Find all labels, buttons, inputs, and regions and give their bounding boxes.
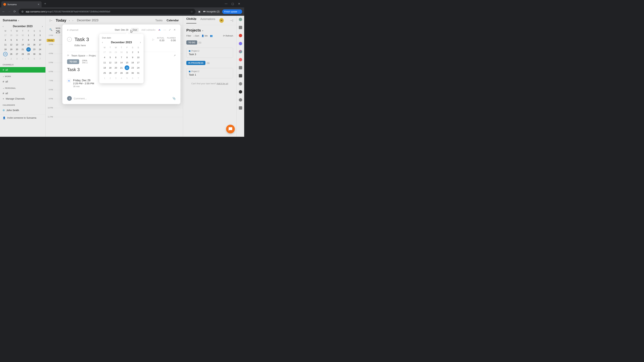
cal-day[interactable]: 4 — [3, 38, 8, 42]
picker-day[interactable]: 5 — [108, 55, 113, 60]
picker-day[interactable]: 12 — [108, 60, 113, 65]
mini-cal-next[interactable]: › — [42, 25, 43, 28]
cal-day[interactable]: 8 — [26, 38, 31, 42]
clickup-icon[interactable] — [158, 28, 161, 31]
cal-day[interactable]: 19 — [8, 47, 14, 52]
cal-day[interactable]: 14 — [20, 42, 25, 47]
sync-icon[interactable]: ⟳ — [67, 54, 69, 57]
asana-icon[interactable] — [239, 50, 242, 53]
cal-day-other[interactable]: 5 — [26, 57, 31, 61]
due-date-button[interactable]: Due — [131, 28, 139, 32]
cal-day[interactable]: 30 — [32, 52, 37, 56]
rail-icon-1[interactable] — [239, 18, 242, 21]
picker-day[interactable]: 18 — [102, 65, 107, 70]
trello-icon[interactable] — [239, 26, 242, 29]
picker-day[interactable]: 13 — [113, 60, 118, 65]
picker-day[interactable]: 19 — [108, 65, 113, 70]
cal-day-other[interactable]: 3 — [14, 57, 20, 61]
workspace-switcher[interactable]: Sunsama ⌄ — [0, 18, 46, 25]
url-input[interactable]: ⚙ app.sunsama.com/group/1703182764469638… — [18, 9, 196, 14]
refresh-button[interactable]: ⟳ Refresh — [223, 34, 233, 37]
close-modal-icon[interactable]: ✕ — [174, 28, 176, 31]
picker-day[interactable]: 7 — [119, 55, 124, 60]
attach-icon[interactable]: 📎 — [172, 97, 176, 100]
github-icon[interactable] — [239, 90, 242, 93]
cal-day[interactable]: 25 — [3, 52, 8, 56]
cal-day[interactable]: 26 — [8, 52, 14, 56]
back-button[interactable]: ← — [2, 10, 5, 13]
forward-button[interactable]: → — [8, 10, 11, 13]
channel-all[interactable]: # all — [0, 67, 46, 72]
intercom-chat-button[interactable] — [226, 125, 235, 133]
picker-day-other[interactable]: 30 — [119, 50, 124, 55]
cal-day-other[interactable]: 2 — [8, 57, 14, 61]
bookmark-icon[interactable]: ☆ — [190, 10, 193, 13]
picker-prev-month[interactable]: ‹ — [102, 41, 103, 44]
minimize-icon[interactable]: — — [225, 2, 228, 5]
open-external-icon[interactable]: ↗ — [174, 54, 176, 57]
picker-day[interactable]: 31 — [136, 70, 141, 75]
cal-day[interactable]: 15 — [26, 42, 31, 47]
picker-day[interactable]: 16 — [130, 60, 135, 65]
cal-day[interactable]: 31 — [38, 52, 43, 56]
search-icon[interactable]: 🔍 — [49, 28, 52, 31]
cal-day[interactable]: 24 — [38, 47, 43, 52]
picker-day[interactable]: 28 — [119, 70, 124, 75]
cal-day-other[interactable]: 6 — [32, 57, 37, 61]
cal-day[interactable]: 17 — [38, 42, 43, 47]
cal-day[interactable]: 27 — [14, 52, 20, 56]
picker-day[interactable]: 1 — [124, 50, 130, 55]
work-all[interactable]: # all — [0, 79, 46, 84]
cal-day[interactable]: 16 — [32, 42, 37, 47]
todoist-icon[interactable] — [239, 58, 242, 61]
cal-day[interactable]: 3 — [38, 33, 43, 37]
picker-day[interactable]: 14 — [119, 60, 124, 65]
cal-day[interactable]: 18 — [3, 47, 8, 52]
picker-day-other[interactable]: 27 — [102, 50, 107, 55]
hour-row[interactable]: 11 PM — [53, 117, 183, 126]
picker-day[interactable]: 29 — [124, 70, 130, 75]
picker-day[interactable]: 8 — [124, 55, 130, 60]
picker-day-other[interactable]: 6 — [130, 76, 135, 81]
picker-day[interactable]: 26 — [108, 70, 113, 75]
cal-day[interactable]: 22 — [26, 47, 31, 52]
rail-icon-9[interactable] — [239, 82, 242, 85]
picker-day[interactable]: 21 — [119, 65, 124, 70]
comment-input[interactable]: Comment... — [74, 97, 170, 100]
breadcrumb-project[interactable]: Projec — [89, 54, 96, 57]
picker-day[interactable]: 11 — [102, 60, 107, 65]
picker-day[interactable]: 2 — [130, 50, 135, 55]
picker-day[interactable]: 22 — [124, 65, 129, 70]
cal-day[interactable]: 29 — [26, 52, 31, 56]
calendar-john[interactable]: John Smith — [0, 107, 46, 113]
picker-day[interactable]: 20 — [113, 65, 118, 70]
close-window-icon[interactable]: ✕ — [238, 2, 240, 5]
invite-link[interactable]: 👤 Invite someone to Sunsama — [0, 114, 46, 121]
task-card-task1[interactable]: Project 2 Task 1 — [186, 68, 233, 78]
cal-day[interactable]: 12 — [8, 42, 14, 47]
tasks-view-tab[interactable]: Tasks — [155, 19, 162, 22]
new-tab-button[interactable]: + — [44, 2, 46, 5]
me-filter[interactable]: 👤Me — [202, 34, 208, 37]
picker-day-other[interactable]: 28 — [108, 50, 113, 55]
cal-day[interactable]: 13 — [14, 42, 20, 47]
today-label[interactable]: Today — [56, 18, 66, 23]
breadcrumb-space[interactable]: Team Space — [71, 54, 85, 57]
cal-day[interactable]: 7 — [20, 38, 25, 42]
automations-tab[interactable]: Automations — [200, 17, 215, 23]
actual-time[interactable]: ACTUAL 0:20 — [157, 37, 164, 42]
manage-channels[interactable]: + Manage Channels — [0, 96, 46, 101]
cal-day-other[interactable]: 7 — [38, 57, 43, 61]
picker-day-other[interactable]: 3 — [113, 76, 118, 81]
cal-day[interactable]: 21 — [20, 47, 25, 52]
cal-day-other[interactable]: 30 — [20, 33, 25, 37]
start-date-button[interactable]: Start: Dec 29 — [115, 28, 128, 31]
next-day-button[interactable]: › — [72, 19, 73, 22]
picker-day[interactable]: 10 — [136, 55, 141, 60]
cal-day[interactable]: 10 — [38, 38, 43, 42]
picker-day[interactable]: 3 — [136, 50, 141, 55]
user-avatar[interactable]: M — [219, 18, 224, 23]
cal-day[interactable]: 2 — [32, 33, 37, 37]
maximize-icon[interactable]: ▢ — [232, 2, 234, 5]
more-menu-icon[interactable]: ⋯ — [164, 28, 166, 31]
